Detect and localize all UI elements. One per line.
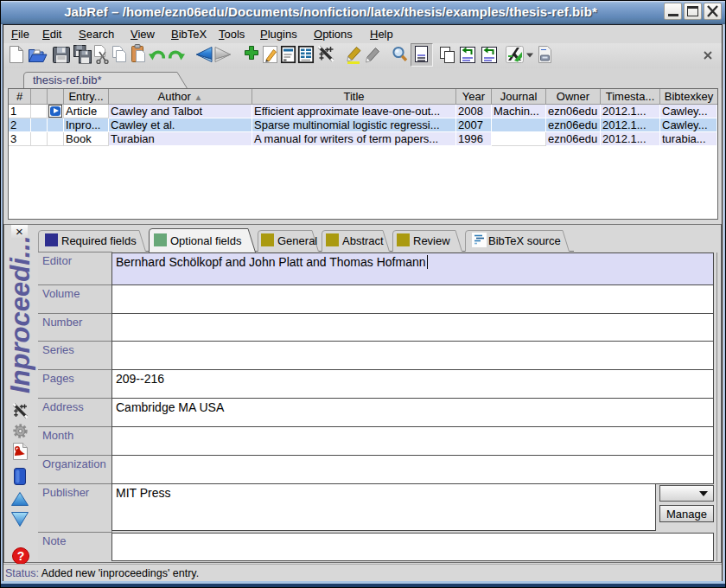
svg-text:?: ? (17, 549, 25, 563)
